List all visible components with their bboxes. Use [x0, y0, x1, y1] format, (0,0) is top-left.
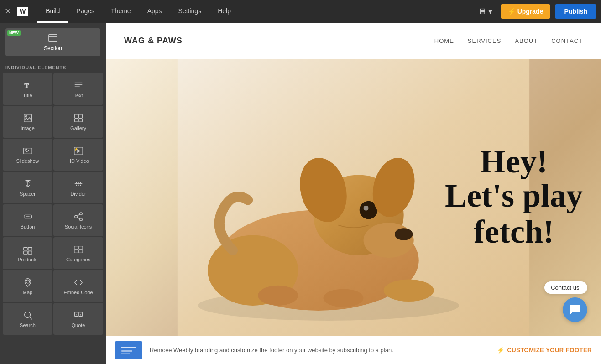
- svg-text:⚡: ⚡: [74, 147, 78, 151]
- svg-line-36: [77, 214, 79, 216]
- svg-point-7: [25, 115, 27, 117]
- sidebar-item-divider[interactable]: Divider: [53, 172, 103, 203]
- sidebar-item-title[interactable]: T Title: [3, 73, 52, 105]
- sidebar-item-quote[interactable]: Quote: [53, 303, 103, 335]
- nav-build[interactable]: Build: [37, 0, 68, 23]
- hero-line1: Hey!: [445, 145, 583, 178]
- social-icon: [73, 212, 84, 222]
- sidebar-item-button[interactable]: Button: [3, 204, 52, 236]
- upgrade-button[interactable]: ⚡ Upgrade: [501, 4, 551, 19]
- svg-rect-11: [78, 118, 82, 121]
- search-label: Search: [20, 322, 36, 328]
- svg-point-33: [79, 212, 82, 215]
- svg-point-13: [25, 148, 26, 150]
- svg-rect-66: [121, 347, 136, 348]
- customize-footer-link[interactable]: ⚡ CUSTOMIZE YOUR FOOTER: [497, 347, 592, 354]
- device-selector[interactable]: 🖥 ▾: [474, 6, 496, 16]
- sidebar-item-image[interactable]: Image: [3, 106, 52, 138]
- quote-label: Quote: [72, 322, 85, 328]
- elements-grid: T Title Text Image: [0, 72, 106, 336]
- svg-point-64: [384, 280, 434, 302]
- site-nav-contact[interactable]: CONTACT: [551, 37, 583, 44]
- quote-icon: [73, 310, 84, 320]
- svg-rect-38: [23, 247, 27, 250]
- section-label: Section: [44, 45, 62, 52]
- button-icon: [23, 212, 33, 222]
- hero-line2: Let's playfetch!: [445, 178, 583, 250]
- svg-point-34: [74, 215, 77, 218]
- embed-icon: [73, 277, 84, 287]
- svg-point-57: [395, 228, 413, 240]
- site-header: WAG & PAWS HOME SERVICES ABOUT CONTACT: [106, 23, 601, 59]
- title-icon: T: [23, 80, 33, 90]
- publish-button[interactable]: Publish: [555, 4, 596, 19]
- sidebar-item-slideshow[interactable]: Slideshow: [3, 139, 52, 171]
- text-label: Text: [73, 93, 83, 98]
- svg-rect-0: [49, 35, 57, 42]
- svg-rect-67: [121, 350, 132, 352]
- sidebar-item-gallery[interactable]: Gallery: [53, 106, 103, 138]
- svg-rect-42: [74, 246, 78, 249]
- categories-label: Categories: [66, 257, 90, 262]
- sidebar-item-hdvideo[interactable]: ⚡ HD Video: [53, 139, 103, 171]
- sidebar-item-search[interactable]: Search: [3, 303, 52, 335]
- sidebar-item-categories[interactable]: Categories: [53, 237, 103, 269]
- contact-icon-button[interactable]: [563, 297, 587, 322]
- svg-point-62: [258, 286, 298, 306]
- site-nav-home[interactable]: HOME: [434, 37, 454, 44]
- map-icon: [23, 277, 33, 287]
- svg-line-48: [30, 317, 32, 319]
- svg-rect-9: [78, 114, 82, 118]
- nav-apps[interactable]: Apps: [139, 0, 170, 23]
- new-badge: NEW: [7, 30, 21, 36]
- search-icon: [23, 310, 33, 320]
- section-button[interactable]: NEW Section: [5, 28, 100, 56]
- svg-line-37: [77, 217, 79, 219]
- svg-point-35: [79, 218, 82, 221]
- footer-banner: Remove Weebly branding and customize the…: [106, 336, 601, 364]
- slideshow-icon: [23, 146, 33, 156]
- svg-rect-44: [74, 250, 78, 252]
- svg-point-47: [24, 312, 30, 317]
- weebly-logo: W: [17, 7, 28, 16]
- gallery-label: Gallery: [70, 125, 86, 131]
- sidebar-item-spacer[interactable]: Spacer: [3, 172, 52, 203]
- banner-preview-icon: [120, 344, 138, 357]
- divider-icon: [73, 179, 84, 189]
- chat-icon: [569, 303, 581, 316]
- sidebar: NEW Section INDIVIDUAL ELEMENTS T Title: [0, 23, 106, 364]
- svg-rect-45: [78, 250, 82, 252]
- sidebar-item-text[interactable]: Text: [53, 73, 103, 105]
- topbar-right: 🖥 ▾ ⚡ Upgrade Publish: [474, 4, 596, 19]
- close-button[interactable]: ✕: [5, 6, 11, 16]
- svg-point-46: [26, 280, 29, 283]
- hdvideo-icon: ⚡: [73, 146, 84, 156]
- section-icon: [48, 33, 58, 43]
- elements-heading: INDIVIDUAL ELEMENTS: [0, 62, 106, 72]
- nav-help[interactable]: Help: [209, 0, 239, 23]
- svg-rect-10: [74, 118, 78, 121]
- text-icon: [73, 80, 84, 90]
- main-area: NEW Section INDIVIDUAL ELEMENTS T Title: [0, 23, 601, 364]
- svg-text:T: T: [24, 82, 29, 89]
- svg-rect-6: [24, 114, 31, 122]
- svg-point-59: [364, 206, 369, 211]
- site-nav: HOME SERVICES ABOUT CONTACT: [434, 37, 583, 44]
- sidebar-item-products[interactable]: Products: [3, 237, 52, 269]
- nav-settings[interactable]: Settings: [170, 0, 210, 23]
- topbar-nav: Build Pages Theme Apps Settings Help: [37, 0, 474, 23]
- site-nav-about[interactable]: ABOUT: [515, 37, 538, 44]
- canvas: WAG & PAWS HOME SERVICES ABOUT CONTACT: [106, 23, 601, 364]
- sidebar-item-embed[interactable]: Embed Code: [53, 270, 103, 302]
- lightning-icon: ⚡: [497, 347, 505, 354]
- site-nav-services[interactable]: SERVICES: [468, 37, 502, 44]
- nav-theme[interactable]: Theme: [103, 0, 139, 23]
- image-label: Image: [21, 125, 35, 131]
- nav-pages[interactable]: Pages: [68, 0, 103, 23]
- svg-rect-41: [28, 251, 31, 254]
- hero-section: Hey! Let's playfetch! Contact us.: [106, 59, 601, 336]
- image-icon: [23, 113, 33, 123]
- sidebar-item-social[interactable]: Social Icons: [53, 204, 103, 236]
- sidebar-item-map[interactable]: Map: [3, 270, 52, 302]
- svg-point-63: [323, 289, 363, 307]
